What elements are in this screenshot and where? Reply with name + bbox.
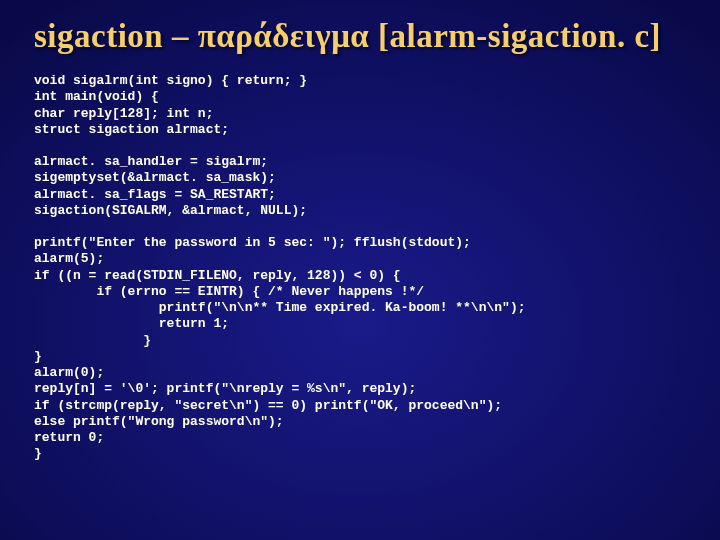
slide-title: sigaction – παράδειγμα [alarm-sigaction.… <box>34 18 686 55</box>
code-block-1: void sigalrm(int signo) { return; } int … <box>34 73 686 138</box>
code-block-3: printf("Enter the password in 5 sec: ");… <box>34 235 686 463</box>
code-block-2: alrmact. sa_handler = sigalrm; sigemptys… <box>34 154 686 219</box>
slide: sigaction – παράδειγμα [alarm-sigaction.… <box>0 0 720 540</box>
